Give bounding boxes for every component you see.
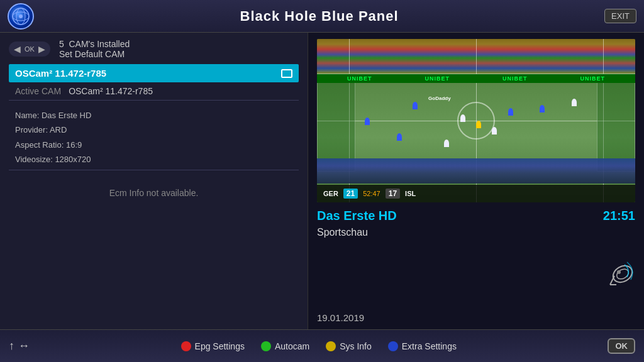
- exit-button[interactable]: EXIT: [604, 9, 636, 23]
- player-2: [460, 114, 465, 122]
- provider-info: Provider: ARD: [15, 123, 292, 137]
- player-9: [444, 140, 449, 147]
- program-date: 19.01.2019: [317, 312, 635, 323]
- unibet-text-1: UNIBET: [347, 75, 372, 82]
- nav-control[interactable]: ◀ OK ▶: [9, 41, 50, 57]
- channel-name-info: Name: Das Erste HD: [15, 108, 292, 123]
- page-title: Black Hole Blue Panel: [240, 8, 399, 25]
- header: Black Hole Blue Panel EXIT: [0, 0, 644, 33]
- player-5: [476, 121, 481, 128]
- handball-field: UNIBET UNIBET UNIBET UNIBET GoDaddy: [317, 39, 635, 202]
- unibet-text-4: UNIBET: [580, 75, 606, 82]
- aspect-info: Aspect Ratio: 16:9: [15, 138, 292, 152]
- unibet-text-2: UNIBET: [425, 75, 450, 82]
- cam-installed-label: CAM's Installed: [69, 39, 130, 49]
- epg-settings-label: Epg Settings: [195, 341, 245, 351]
- active-cam-value: OSCam² 11.472-r785: [69, 86, 153, 96]
- footer: ↑ ↔ Epg Settings Autocam Sys Info Extra …: [0, 329, 644, 362]
- autocam-button[interactable]: Autocam: [261, 341, 309, 351]
- blue-dot-icon: [388, 341, 398, 351]
- svg-point-8: [617, 270, 621, 274]
- svg-point-3: [19, 14, 23, 18]
- ok-label[interactable]: OK: [25, 45, 35, 53]
- cam-installed: 5 CAM's Installed: [59, 39, 130, 49]
- ok-footer-button[interactable]: OK: [608, 338, 635, 354]
- goal-left: [317, 74, 355, 172]
- video-thumbnail: UNIBET UNIBET UNIBET UNIBET GoDaddy: [317, 39, 635, 202]
- team2-label: ISL: [405, 190, 416, 197]
- main-content: ◀ OK ▶ 5 CAM's Installed Set Default CAM…: [0, 33, 644, 329]
- crowd-bottom: [317, 158, 635, 184]
- score1: 21: [343, 189, 358, 199]
- epg-settings-button[interactable]: Epg Settings: [181, 341, 245, 351]
- selected-cam-row[interactable]: OSCam² 11.472-r785: [9, 64, 299, 82]
- nav-left-arrow[interactable]: ◀: [14, 44, 21, 54]
- sys-info-button[interactable]: Sys Info: [326, 341, 372, 351]
- player-6: [540, 105, 545, 112]
- svg-line-6: [610, 276, 614, 285]
- videosize-info: Videosize: 1280x720: [15, 152, 292, 167]
- footer-nav-arrows: ↑ ↔: [9, 339, 30, 353]
- player-8: [397, 133, 402, 141]
- left-right-arrow: ↔: [18, 339, 30, 353]
- active-cam-row: Active CAM OSCam² 11.472-r785: [9, 82, 299, 101]
- set-default-cam: Set Default CAM: [59, 49, 130, 59]
- left-panel: ◀ OK ▶ 5 CAM's Installed Set Default CAM…: [0, 33, 308, 329]
- active-cam-label: Active CAM: [15, 86, 61, 96]
- team1-label: GER: [323, 190, 338, 197]
- cam-info-row: ◀ OK ▶ 5 CAM's Installed Set Default CAM: [9, 39, 299, 59]
- channel-name: Das Erste HD: [317, 209, 397, 223]
- right-panel: UNIBET UNIBET UNIBET UNIBET GoDaddy: [308, 33, 644, 329]
- extra-settings-button[interactable]: Extra Settings: [388, 341, 457, 351]
- up-arrow: ↑: [9, 339, 14, 353]
- player-1: [413, 102, 418, 109]
- autocam-label: Autocam: [275, 341, 309, 351]
- svg-point-4: [610, 263, 635, 286]
- player-10: [365, 118, 370, 125]
- unibet-banner-row: UNIBET UNIBET UNIBET UNIBET: [317, 74, 635, 83]
- ecm-info: Ecm Info not available.: [9, 175, 299, 211]
- extra-settings-label: Extra Settings: [402, 341, 457, 351]
- green-dot-icon: [261, 341, 271, 351]
- cam-count: 5: [59, 39, 64, 49]
- score2: 17: [386, 189, 400, 199]
- red-dot-icon: [181, 341, 191, 351]
- godaddy-text: GoDaddy: [428, 96, 451, 101]
- channel-row: Das Erste HD 21:51: [317, 209, 635, 223]
- yellow-dot-icon: [326, 341, 336, 351]
- satellite-icon: [601, 258, 635, 293]
- score-bar: GER 21 52:47 17 ISL: [317, 185, 635, 202]
- nav-right-arrow[interactable]: ▶: [38, 44, 45, 54]
- sys-info-label: Sys Info: [340, 341, 372, 351]
- footer-buttons: Epg Settings Autocam Sys Info Extra Sett…: [181, 341, 457, 351]
- channel-time: 21:51: [603, 209, 635, 223]
- channel-info: Name: Das Erste HD Provider: ARD Aspect …: [9, 106, 299, 170]
- cam-count-info: 5 CAM's Installed Set Default CAM: [59, 39, 130, 59]
- logo: [8, 3, 34, 30]
- player-7: [572, 99, 577, 106]
- player-4: [492, 127, 497, 134]
- program-name: Sportschau: [317, 227, 635, 238]
- cam-device-icon: [281, 69, 292, 78]
- goal-right: [597, 74, 635, 172]
- unibet-text-3: UNIBET: [502, 75, 528, 82]
- match-time: 52:47: [363, 190, 380, 197]
- player-3: [508, 108, 513, 116]
- selected-cam-label: OSCam² 11.472-r785: [15, 68, 106, 79]
